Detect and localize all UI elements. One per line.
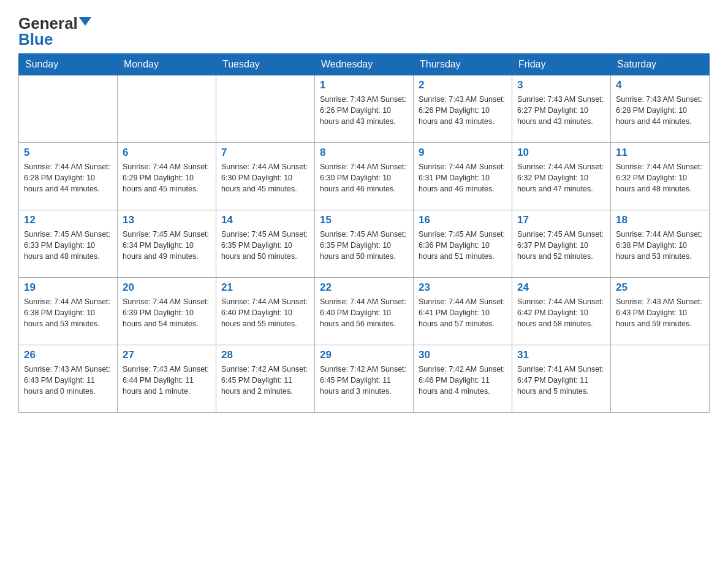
calendar-cell: 25Sunrise: 7:43 AM Sunset: 6:43 PM Dayli… xyxy=(611,278,710,345)
day-info: Sunrise: 7:44 AM Sunset: 6:30 PM Dayligh… xyxy=(320,161,408,194)
day-number: 5 xyxy=(24,147,112,159)
day-info: Sunrise: 7:44 AM Sunset: 6:38 PM Dayligh… xyxy=(24,296,112,329)
day-number: 18 xyxy=(616,214,704,226)
day-number: 24 xyxy=(517,282,605,294)
day-number: 4 xyxy=(616,79,704,91)
calendar-cell xyxy=(118,75,216,143)
day-info: Sunrise: 7:43 AM Sunset: 6:26 PM Dayligh… xyxy=(320,94,408,127)
day-info: Sunrise: 7:44 AM Sunset: 6:42 PM Dayligh… xyxy=(517,296,605,329)
day-info: Sunrise: 7:42 AM Sunset: 6:45 PM Dayligh… xyxy=(221,364,309,397)
day-info: Sunrise: 7:42 AM Sunset: 6:46 PM Dayligh… xyxy=(419,364,507,397)
header-monday: Monday xyxy=(118,54,216,75)
day-info: Sunrise: 7:44 AM Sunset: 6:28 PM Dayligh… xyxy=(24,161,112,194)
logo-text-black: General xyxy=(18,15,78,31)
day-info: Sunrise: 7:44 AM Sunset: 6:39 PM Dayligh… xyxy=(123,296,211,329)
calendar-cell: 8Sunrise: 7:44 AM Sunset: 6:30 PM Daylig… xyxy=(315,143,414,210)
header-tuesday: Tuesday xyxy=(216,54,315,75)
calendar-cell: 6Sunrise: 7:44 AM Sunset: 6:29 PM Daylig… xyxy=(118,143,216,210)
day-number: 28 xyxy=(221,349,309,361)
day-info: Sunrise: 7:45 AM Sunset: 6:33 PM Dayligh… xyxy=(24,229,112,262)
calendar-week-row: 5Sunrise: 7:44 AM Sunset: 6:28 PM Daylig… xyxy=(19,143,710,210)
day-info: Sunrise: 7:45 AM Sunset: 6:35 PM Dayligh… xyxy=(221,229,309,262)
calendar-cell: 16Sunrise: 7:45 AM Sunset: 6:36 PM Dayli… xyxy=(414,210,512,278)
calendar-cell: 18Sunrise: 7:44 AM Sunset: 6:38 PM Dayli… xyxy=(611,210,710,278)
day-number: 26 xyxy=(24,349,112,361)
calendar-cell: 19Sunrise: 7:44 AM Sunset: 6:38 PM Dayli… xyxy=(19,278,118,345)
day-number: 10 xyxy=(517,147,605,159)
day-number: 13 xyxy=(123,214,211,226)
day-number: 21 xyxy=(221,282,309,294)
day-info: Sunrise: 7:44 AM Sunset: 6:29 PM Dayligh… xyxy=(123,161,211,194)
day-info: Sunrise: 7:44 AM Sunset: 6:40 PM Dayligh… xyxy=(221,296,309,329)
day-info: Sunrise: 7:44 AM Sunset: 6:41 PM Dayligh… xyxy=(419,296,507,329)
day-number: 7 xyxy=(221,147,309,159)
calendar-cell: 17Sunrise: 7:45 AM Sunset: 6:37 PM Dayli… xyxy=(512,210,611,278)
calendar-cell: 12Sunrise: 7:45 AM Sunset: 6:33 PM Dayli… xyxy=(19,210,118,278)
calendar-cell: 2Sunrise: 7:43 AM Sunset: 6:26 PM Daylig… xyxy=(414,75,512,143)
calendar-cell: 30Sunrise: 7:42 AM Sunset: 6:46 PM Dayli… xyxy=(414,345,512,413)
calendar-week-row: 26Sunrise: 7:43 AM Sunset: 6:43 PM Dayli… xyxy=(19,345,710,413)
calendar-header-row: SundayMondayTuesdayWednesdayThursdayFrid… xyxy=(19,54,710,75)
page-header: General Blue xyxy=(18,12,710,47)
day-number: 11 xyxy=(616,147,704,159)
day-number: 15 xyxy=(320,214,408,226)
calendar-cell: 28Sunrise: 7:42 AM Sunset: 6:45 PM Dayli… xyxy=(216,345,315,413)
day-number: 2 xyxy=(419,79,507,91)
calendar-cell: 4Sunrise: 7:43 AM Sunset: 6:28 PM Daylig… xyxy=(611,75,710,143)
day-info: Sunrise: 7:43 AM Sunset: 6:27 PM Dayligh… xyxy=(517,94,605,127)
day-number: 8 xyxy=(320,147,408,159)
calendar-cell: 23Sunrise: 7:44 AM Sunset: 6:41 PM Dayli… xyxy=(414,278,512,345)
day-info: Sunrise: 7:45 AM Sunset: 6:36 PM Dayligh… xyxy=(419,229,507,262)
day-number: 6 xyxy=(123,147,211,159)
day-number: 19 xyxy=(24,282,112,294)
calendar-cell xyxy=(216,75,315,143)
header-thursday: Thursday xyxy=(414,54,512,75)
calendar-week-row: 1Sunrise: 7:43 AM Sunset: 6:26 PM Daylig… xyxy=(19,75,710,143)
calendar-week-row: 12Sunrise: 7:45 AM Sunset: 6:33 PM Dayli… xyxy=(19,210,710,278)
day-info: Sunrise: 7:45 AM Sunset: 6:37 PM Dayligh… xyxy=(517,229,605,262)
calendar-cell: 1Sunrise: 7:43 AM Sunset: 6:26 PM Daylig… xyxy=(315,75,414,143)
day-number: 16 xyxy=(419,214,507,226)
day-number: 31 xyxy=(517,349,605,361)
day-number: 14 xyxy=(221,214,309,226)
calendar-cell: 10Sunrise: 7:44 AM Sunset: 6:32 PM Dayli… xyxy=(512,143,611,210)
day-number: 23 xyxy=(419,282,507,294)
calendar-cell: 15Sunrise: 7:45 AM Sunset: 6:35 PM Dayli… xyxy=(315,210,414,278)
day-number: 9 xyxy=(419,147,507,159)
day-info: Sunrise: 7:43 AM Sunset: 6:26 PM Dayligh… xyxy=(419,94,507,127)
calendar-cell: 3Sunrise: 7:43 AM Sunset: 6:27 PM Daylig… xyxy=(512,75,611,143)
day-number: 22 xyxy=(320,282,408,294)
day-info: Sunrise: 7:44 AM Sunset: 6:32 PM Dayligh… xyxy=(616,161,704,194)
day-info: Sunrise: 7:44 AM Sunset: 6:40 PM Dayligh… xyxy=(320,296,408,329)
day-info: Sunrise: 7:43 AM Sunset: 6:43 PM Dayligh… xyxy=(24,364,112,397)
header-sunday: Sunday xyxy=(19,54,118,75)
calendar-cell xyxy=(19,75,118,143)
day-number: 20 xyxy=(123,282,211,294)
day-number: 17 xyxy=(517,214,605,226)
calendar-cell: 26Sunrise: 7:43 AM Sunset: 6:43 PM Dayli… xyxy=(19,345,118,413)
day-info: Sunrise: 7:42 AM Sunset: 6:45 PM Dayligh… xyxy=(320,364,408,397)
calendar-table: SundayMondayTuesdayWednesdayThursdayFrid… xyxy=(18,53,710,413)
day-number: 3 xyxy=(517,79,605,91)
logo-triangle-icon xyxy=(79,17,91,26)
logo: General Blue xyxy=(18,12,91,47)
day-info: Sunrise: 7:44 AM Sunset: 6:30 PM Dayligh… xyxy=(221,161,309,194)
calendar-cell: 20Sunrise: 7:44 AM Sunset: 6:39 PM Dayli… xyxy=(118,278,216,345)
day-info: Sunrise: 7:44 AM Sunset: 6:31 PM Dayligh… xyxy=(419,161,507,194)
calendar-cell: 29Sunrise: 7:42 AM Sunset: 6:45 PM Dayli… xyxy=(315,345,414,413)
day-number: 1 xyxy=(320,79,408,91)
calendar-week-row: 19Sunrise: 7:44 AM Sunset: 6:38 PM Dayli… xyxy=(19,278,710,345)
day-info: Sunrise: 7:43 AM Sunset: 6:43 PM Dayligh… xyxy=(616,296,704,329)
day-info: Sunrise: 7:43 AM Sunset: 6:28 PM Dayligh… xyxy=(616,94,704,127)
day-info: Sunrise: 7:45 AM Sunset: 6:35 PM Dayligh… xyxy=(320,229,408,262)
day-info: Sunrise: 7:44 AM Sunset: 6:38 PM Dayligh… xyxy=(616,229,704,262)
day-number: 12 xyxy=(24,214,112,226)
calendar-cell: 14Sunrise: 7:45 AM Sunset: 6:35 PM Dayli… xyxy=(216,210,315,278)
calendar-cell: 9Sunrise: 7:44 AM Sunset: 6:31 PM Daylig… xyxy=(414,143,512,210)
day-info: Sunrise: 7:43 AM Sunset: 6:44 PM Dayligh… xyxy=(123,364,211,397)
calendar-cell: 31Sunrise: 7:41 AM Sunset: 6:47 PM Dayli… xyxy=(512,345,611,413)
day-number: 30 xyxy=(419,349,507,361)
header-wednesday: Wednesday xyxy=(315,54,414,75)
calendar-cell: 13Sunrise: 7:45 AM Sunset: 6:34 PM Dayli… xyxy=(118,210,216,278)
calendar-cell: 11Sunrise: 7:44 AM Sunset: 6:32 PM Dayli… xyxy=(611,143,710,210)
